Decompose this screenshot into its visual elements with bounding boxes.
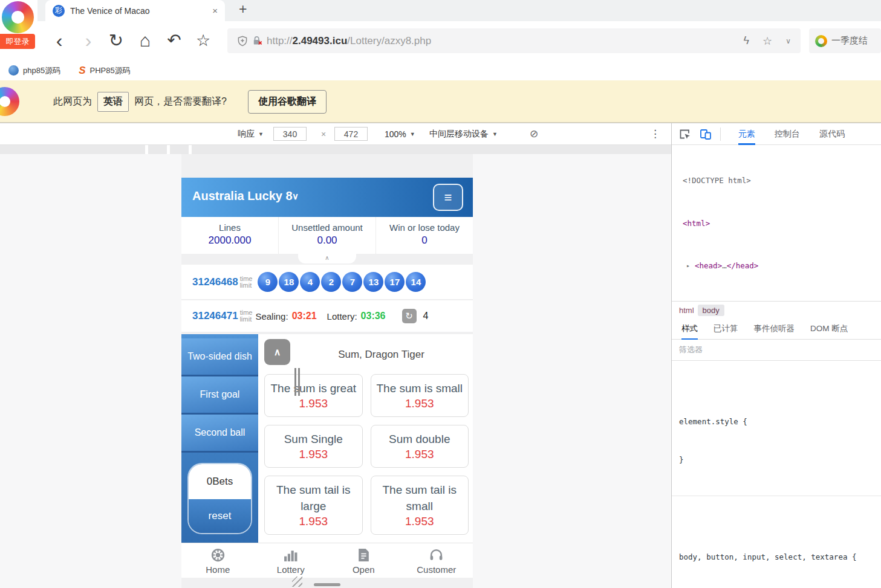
bet-odds: 1.953 — [375, 397, 465, 410]
crumb-html[interactable]: html — [679, 306, 694, 315]
tab-dom-breakpoints[interactable]: DOM 断点 — [810, 319, 848, 340]
current-draw-row: 31246471 timelimit Sealing: 03:21 Lotter… — [181, 300, 473, 332]
zoom-dropdown[interactable]: 100% ▼ — [385, 123, 415, 144]
bookmark-php85-2[interactable]: S PHP85源码 — [79, 65, 131, 76]
screen: 彩 The Venice of Macao × + 即登录 ‹ › ↻ ⌂ ↶ … — [0, 0, 881, 588]
device-type-dropdown[interactable]: 中间层移动设备 ▼ — [429, 123, 498, 144]
nav-home[interactable]: Home — [181, 543, 255, 578]
bookmark-star-icon[interactable]: ☆ — [762, 34, 772, 48]
translate-row: 此网页为 英语 网页，是否需要翻译? 使用谷歌翻译 — [53, 80, 327, 123]
nav-label: Lottery — [255, 564, 328, 575]
bets-count[interactable]: 0Bets — [189, 464, 251, 499]
bottom-navigation: Home Lottery Open Customer — [181, 543, 473, 578]
browser-logo-icon[interactable] — [2, 1, 34, 33]
html-tag: <html> — [683, 219, 710, 228]
title-chevron-icon[interactable]: ∨ — [292, 191, 299, 202]
expand-arrow-icon[interactable]: ▸ — [686, 259, 690, 273]
favorite-star-icon[interactable]: ☆ — [192, 28, 214, 53]
tree-head[interactable]: ▸<head>…</head> — [672, 259, 881, 273]
tree-doctype[interactable]: <!DOCTYPE html> — [672, 173, 881, 188]
throttle-icon[interactable]: ⊘ — [530, 128, 538, 140]
home-icon[interactable]: ⌂ — [134, 28, 156, 53]
google-translate-button[interactable]: 使用谷歌翻译 — [248, 90, 327, 114]
panel-collapse-button[interactable]: ∧ — [264, 339, 290, 365]
nav-label: Home — [181, 564, 255, 575]
tab-styles[interactable]: 样式 — [681, 319, 698, 340]
reload-icon[interactable]: ↻ — [105, 28, 127, 53]
devtools-panel: 元素 控制台 源代码 <!DOCTYPE html> <html> ▸<head… — [671, 123, 881, 588]
dropdown-arrow-icon: ▼ — [492, 131, 498, 137]
bookmarks-bar: php85源码 S PHP85源码 — [0, 60, 881, 80]
sealing-label: Sealing: — [255, 311, 288, 321]
shield-plus-icon[interactable] — [237, 36, 248, 47]
rule-selector: element.style { — [679, 415, 881, 428]
sidebar-item-two-sided[interactable]: Two-sided dish — [181, 338, 258, 376]
new-tab-button[interactable]: + — [239, 1, 247, 18]
stats-collapse-tab[interactable]: ∧ — [298, 254, 356, 263]
viewport-width-input[interactable] — [273, 127, 307, 141]
device-mode-dropdown[interactable]: 响应 ▼ — [238, 123, 264, 144]
sealing-countdown: 03:21 — [292, 311, 317, 321]
tree-html-open[interactable]: <html> — [672, 216, 881, 231]
home-indicator — [314, 583, 340, 586]
bet-title: The sum tail is large — [268, 482, 359, 514]
rule-selector: body, button, input, select, textarea { — [679, 551, 881, 563]
tab-favicon-icon: 彩 — [53, 5, 65, 17]
bet-card-sum-single[interactable]: Sum Single 1.953 — [264, 425, 363, 468]
insecure-lock-icon[interactable] — [252, 36, 262, 46]
quarter-label: 一季度结 — [831, 35, 868, 47]
nav-customer[interactable]: Customer — [400, 543, 473, 578]
login-badge[interactable]: 即登录 — [0, 34, 35, 49]
betting-panel: ∧ Sum, Dragon Tiger The sum is great 1.9… — [258, 334, 473, 543]
inspect-element-icon[interactable] — [679, 128, 691, 143]
bet-title: The sum is small — [375, 380, 465, 396]
bet-card-tail-large[interactable]: The sum tail is large 1.953 — [264, 476, 363, 535]
crumb-body[interactable]: body — [698, 305, 724, 316]
sidebar-item-first-goal[interactable]: First goal — [181, 376, 258, 415]
sidebar-item-second-ball[interactable]: Second ball — [181, 415, 258, 453]
bookmark-php85[interactable]: php85源码 — [8, 65, 60, 76]
nav-label: Open — [327, 564, 400, 575]
translate-bar: 此网页为 英语 网页，是否需要翻译? 使用谷歌翻译 — [0, 80, 881, 123]
tab-strip: 彩 The Venice of Macao × + — [37, 0, 881, 21]
tab-console[interactable]: 控制台 — [775, 123, 800, 145]
url-text[interactable]: http://2.49493.icu/Lottery/azxy8.php — [267, 35, 431, 47]
tab-computed[interactable]: 已计算 — [714, 319, 738, 340]
bet-card-sum-small[interactable]: The sum is small 1.953 — [371, 374, 469, 417]
stat-label: Unsettled amount — [279, 222, 375, 233]
tab-elements[interactable]: 元素 — [738, 123, 755, 145]
nav-open[interactable]: Open — [327, 543, 400, 578]
hamburger-menu-button[interactable]: ≡ — [433, 184, 463, 211]
browser-tab[interactable]: 彩 The Venice of Macao × — [45, 0, 225, 21]
panel-scrollbar[interactable] — [294, 368, 300, 396]
reset-button[interactable]: reset — [189, 499, 251, 533]
address-bar[interactable]: http://2.49493.icu/Lottery/azxy8.php ϟ ☆… — [227, 28, 801, 53]
nav-lottery[interactable]: Lottery — [255, 543, 328, 578]
tab-event-listeners[interactable]: 事件侦听器 — [754, 319, 795, 340]
styles-filter-input[interactable]: 筛选器 — [672, 340, 881, 361]
forward-icon[interactable]: › — [77, 28, 99, 53]
rule-element-style[interactable]: element.style { } — [672, 386, 881, 496]
language-box[interactable]: 英语 — [97, 92, 129, 112]
back-icon[interactable]: ‹ — [48, 28, 70, 53]
lottery-title[interactable]: Australia Lucky 8 — [192, 189, 293, 203]
bet-title: Sum double — [375, 431, 465, 447]
more-menu-icon[interactable]: ⋮ — [650, 128, 661, 140]
lightning-icon[interactable]: ϟ — [744, 34, 750, 47]
stat-winlose: Win or lose today 0 — [375, 217, 473, 254]
chevron-down-icon[interactable]: ∨ — [785, 37, 791, 45]
tab-close-icon[interactable]: × — [207, 5, 218, 16]
document-icon — [327, 548, 400, 563]
device-toolbar-toggle-icon[interactable] — [700, 128, 712, 143]
undo-icon[interactable]: ↶ — [163, 28, 185, 53]
bet-card-sum-great[interactable]: The sum is great 1.953 — [264, 374, 363, 417]
refresh-icon[interactable]: ↻ — [402, 309, 417, 323]
bet-card-tail-small[interactable]: The sum tail is small 1.953 — [371, 476, 469, 535]
tab-sources[interactable]: 源代码 — [819, 123, 845, 145]
viewport-height-input[interactable] — [334, 127, 368, 141]
bet-card-sum-double[interactable]: Sum double 1.953 — [371, 425, 469, 468]
rule-font-family[interactable]: body, button, input, select, textarea { … — [672, 522, 881, 588]
quarter-widget[interactable]: 一季度结 — [809, 28, 881, 53]
viewport-resize-handle[interactable] — [292, 577, 302, 587]
more-menu-group: ⋮ — [650, 123, 661, 144]
